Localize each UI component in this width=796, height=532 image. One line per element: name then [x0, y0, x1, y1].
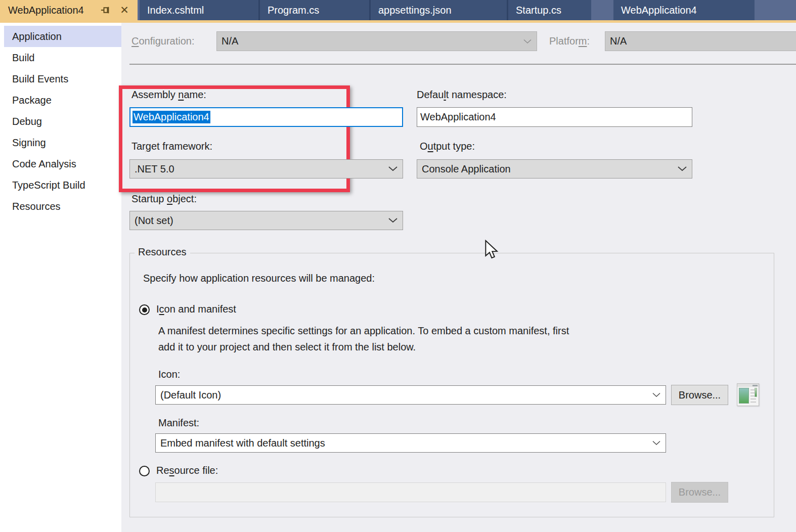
startup-object-label: Startup object: [131, 193, 197, 205]
configuration-label: Configuration: [131, 35, 195, 47]
project-properties-window: WebApplication4 ✕ Index.cshtml Program.c… [0, 0, 796, 532]
resources-description: Specify how application resources will b… [143, 273, 375, 284]
manifest-dropdown[interactable]: Embed manifest with default settings [155, 433, 666, 453]
icon-label: Icon: [158, 369, 180, 380]
sidebar-item-typescript-build[interactable]: TypeScript Build [0, 174, 121, 196]
tab-webapplication4-properties[interactable]: WebApplication4 ✕ [0, 0, 138, 20]
tab-program-cs[interactable]: Program.cs [258, 0, 369, 20]
chevron-down-icon [652, 441, 660, 446]
properties-sidebar: Application Build Build Events Package D… [0, 23, 121, 532]
manifest-help-line1: A manifest determines specific settings … [158, 325, 569, 337]
resources-group-box: Resources Specify how application resour… [129, 253, 774, 517]
sidebar-item-code-analysis[interactable]: Code Analysis [0, 153, 121, 174]
target-framework-dropdown[interactable]: .NET 5.0 [129, 159, 403, 179]
mouse-cursor [484, 240, 501, 260]
toolbar-separator [129, 64, 796, 65]
chevron-down-icon [678, 166, 687, 171]
tab-webapplication4-doc[interactable]: WebApplication4 [613, 0, 755, 20]
output-type-dropdown[interactable]: Console Application [417, 159, 692, 179]
icon-green-panel [739, 388, 749, 404]
resource-file-radio[interactable] [139, 466, 150, 476]
tab-startup-cs[interactable]: Startup.cs [507, 0, 591, 20]
icon-and-manifest-label[interactable]: Icon and manifest [156, 303, 236, 315]
sidebar-item-application[interactable]: Application [4, 26, 121, 47]
sidebar-item-build[interactable]: Build [0, 47, 121, 68]
resource-file-browse-button: Browse... [671, 482, 728, 503]
selected-text: WebApplication4 [132, 111, 210, 123]
output-type-label: Output type: [420, 141, 475, 152]
configuration-dropdown: N/A [216, 31, 537, 51]
sidebar-item-package[interactable]: Package [0, 90, 121, 111]
platform-label: Platform: [549, 35, 590, 47]
tab-index-cshtml[interactable]: Index.cshtml [140, 0, 258, 20]
close-icon[interactable]: ✕ [117, 0, 131, 20]
platform-dropdown: N/A [605, 31, 796, 51]
resources-group-label: Resources [135, 246, 190, 258]
sidebar-item-signing[interactable]: Signing [0, 132, 121, 153]
default-namespace-input[interactable]: WebApplication4 [417, 107, 692, 127]
icon-text-line [750, 398, 756, 400]
default-namespace-label: Default namespace: [417, 89, 507, 101]
sidebar-item-resources[interactable]: Resources [0, 196, 121, 217]
startup-object-dropdown[interactable]: (Not set) [129, 211, 403, 230]
resource-file-label[interactable]: Resource file: [156, 465, 218, 476]
icon-browse-button[interactable]: Browse... [671, 385, 728, 405]
icon-text-line [750, 402, 756, 403]
chevron-down-icon [388, 166, 397, 171]
sidebar-item-build-events[interactable]: Build Events [0, 68, 121, 90]
assembly-name-input[interactable]: WebApplication4 [129, 107, 403, 127]
manifest-help-line2: add it to your project and then select i… [158, 341, 416, 353]
document-tab-bar: WebApplication4 ✕ Index.cshtml Program.c… [0, 0, 796, 20]
pin-icon[interactable] [98, 0, 112, 20]
icon-and-manifest-radio[interactable] [139, 304, 150, 315]
default-app-icon-image [737, 383, 759, 406]
resource-file-input [155, 482, 666, 502]
chevron-down-icon [388, 218, 397, 223]
icon-dropdown[interactable]: (Default Icon) [155, 385, 666, 405]
sidebar-item-debug[interactable]: Debug [0, 111, 121, 132]
tab-appsettings-json[interactable]: appsettings.json [369, 0, 507, 20]
pin-icon-glyph [100, 5, 110, 15]
icon-green-bar [755, 388, 757, 397]
chevron-down-icon [652, 393, 660, 397]
chevron-down-icon [523, 39, 532, 43]
active-tab-label: WebApplication4 [8, 5, 84, 16]
manifest-label: Manifest: [158, 417, 199, 429]
icon-titlebar-buttons [753, 385, 758, 386]
